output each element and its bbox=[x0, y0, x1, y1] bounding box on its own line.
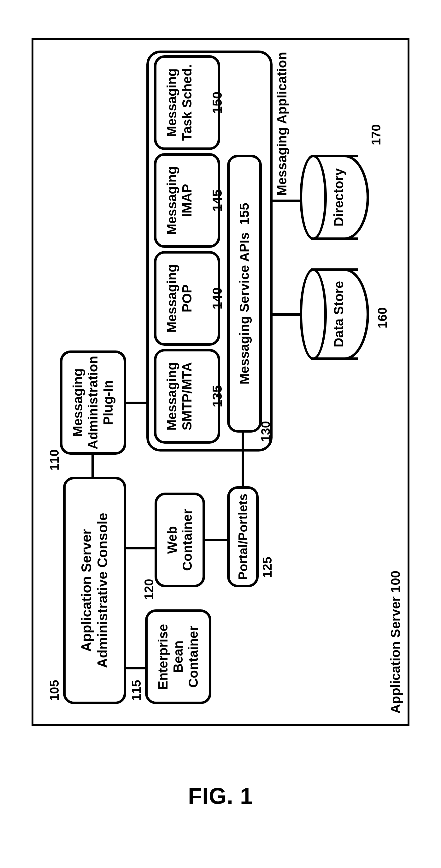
task-sched-ref: 150 bbox=[210, 92, 225, 114]
wire-admin-plugin bbox=[92, 455, 94, 477]
msg-admin-plugin-ref: 110 bbox=[47, 449, 62, 470]
portal-label: Portal/Portlets bbox=[236, 494, 250, 580]
smtp-label: Messaging SMTP/MTA bbox=[164, 362, 195, 430]
pop-label: Messaging POP bbox=[164, 264, 195, 333]
imap-box: Messaging IMAP 145 bbox=[154, 153, 220, 248]
web-container-label: Web Container bbox=[165, 509, 195, 571]
service-apis-label: Messaging Service APIs bbox=[237, 232, 252, 384]
pop-ref: 140 bbox=[210, 287, 225, 309]
portal-ref: 125 bbox=[260, 557, 274, 578]
ejb-container-label: Enterprise Bean Container bbox=[156, 624, 201, 690]
web-container-box: Web Container bbox=[155, 493, 205, 587]
wire-web-portal bbox=[205, 539, 227, 541]
ejb-container-box: Enterprise Bean Container bbox=[145, 610, 211, 704]
wire-api-datastore bbox=[273, 313, 301, 316]
wire-plugin-msgapp bbox=[126, 402, 148, 404]
portal-box: Portal/Portlets bbox=[227, 486, 259, 587]
wire-admin-web bbox=[126, 547, 155, 549]
smtp-ref: 135 bbox=[210, 385, 225, 407]
task-sched-label: Messaging Task Sched. bbox=[164, 64, 195, 141]
datastore-ref: 160 bbox=[375, 307, 389, 329]
application-server-label: Application Server 100 bbox=[388, 570, 403, 714]
pop-box: Messaging POP 140 bbox=[154, 251, 220, 346]
imap-ref: 145 bbox=[210, 189, 225, 212]
web-container-ref: 120 bbox=[142, 579, 156, 600]
admin-console-ref: 105 bbox=[47, 680, 62, 701]
msg-admin-plugin-box: Messaging Administration Plug-In bbox=[60, 350, 126, 455]
application-server-ref: 100 bbox=[388, 570, 403, 593]
directory-ref: 170 bbox=[369, 124, 383, 145]
application-server-label-text: Application Server bbox=[388, 596, 403, 714]
admin-console-label: Application Server Administrative Consol… bbox=[78, 513, 110, 668]
task-sched-box: Messaging Task Sched. 150 bbox=[154, 55, 220, 150]
datastore-label: Data Store bbox=[331, 269, 346, 360]
figure-caption: FIG. 1 bbox=[0, 783, 441, 809]
messaging-application-label: Messaging Application bbox=[274, 52, 290, 196]
imap-label: Messaging IMAP bbox=[164, 166, 195, 235]
service-apis-box: Messaging Service APIs 155 bbox=[227, 155, 262, 433]
directory-cylinder: Directory bbox=[300, 155, 369, 240]
wire-api-directory bbox=[273, 199, 301, 202]
ejb-container-ref: 115 bbox=[129, 680, 143, 701]
directory-label: Directory bbox=[331, 155, 346, 240]
wire-admin-ejb bbox=[126, 667, 145, 670]
msg-admin-plugin-label: Messaging Administration Plug-In bbox=[70, 356, 116, 449]
smtp-box: Messaging SMTP/MTA 135 bbox=[154, 349, 220, 444]
service-apis-ref: 155 bbox=[237, 203, 252, 225]
admin-console-box: Application Server Administrative Consol… bbox=[63, 477, 126, 704]
datastore-cylinder: Data Store bbox=[300, 269, 369, 360]
